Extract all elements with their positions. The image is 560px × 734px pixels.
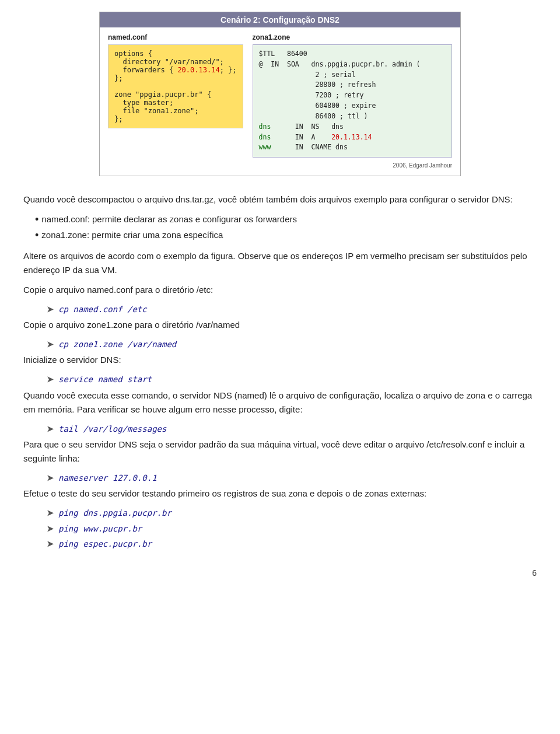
command-block-8: ➤ ping espec.pucpr.br	[47, 537, 537, 550]
diagram-title: Cenário 2: Configuração DNS2	[100, 12, 460, 27]
bullet-item-2: • zona1.zone: permite criar uma zona esp…	[35, 228, 537, 243]
paragraph-3c: Inicialize o servidor DNS:	[23, 353, 537, 367]
page-number: 6	[23, 568, 537, 578]
command-block-6: ➤ ping dns.ppgia.pucpr.br	[47, 506, 537, 519]
command-text-8: ping espec.pucpr.br	[58, 537, 152, 550]
command-text-4: tail /var/log/messages	[58, 422, 166, 435]
arrow-icon-6: ➤	[47, 506, 54, 519]
paragraph-1: Quando você descompactou o arquivo dns.t…	[23, 193, 537, 207]
command-text-1: cp named.conf /etc	[58, 303, 147, 316]
arrow-icon-4: ➤	[47, 422, 54, 435]
command-text-2: cp zone1.zone /var/named	[58, 338, 176, 351]
bullet-item-1: • named.conf: permite declarar as zonas …	[35, 212, 537, 227]
paragraph-5: Para que o seu servidor DNS seja o servi…	[23, 438, 537, 466]
diagram: Cenário 2: Configuração DNS2 named.conf …	[99, 12, 461, 176]
paragraph-3a: Copie o arquivo named.conf para o diretó…	[23, 283, 537, 297]
paragraph-2: Altere os arquivos de acordo com o exemp…	[23, 249, 537, 277]
command-block-4: ➤ tail /var/log/messages	[47, 422, 537, 435]
command-block-5: ➤ nameserver 127.0.0.1	[47, 471, 537, 484]
command-text-3: service named start	[58, 373, 152, 386]
bullet-text-1: named.conf: permite declarar as zonas e …	[41, 212, 297, 226]
diagram-footer: 2006, Edgard Jamhour	[100, 162, 460, 169]
command-text-7: ping www.pucpr.br	[58, 522, 142, 535]
arrow-icon-3: ➤	[47, 373, 54, 386]
command-block-1: ➤ cp named.conf /etc	[47, 303, 537, 316]
diagram-wrapper: Cenário 2: Configuração DNS2 named.conf …	[23, 12, 537, 176]
arrow-icon-8: ➤	[47, 537, 54, 550]
command-text-6: ping dns.ppgia.pucpr.br	[58, 506, 172, 519]
main-content: Quando você descompactou o arquivo dns.t…	[23, 193, 537, 551]
paragraph-6: Efetue o teste do seu servidor testando …	[23, 487, 537, 501]
arrow-icon-2: ➤	[47, 338, 54, 351]
zona-box: zona1.zone $TTL 86400 @ IN SOA dns.ppgia…	[253, 33, 452, 158]
arrow-icon-1: ➤	[47, 303, 54, 316]
bullet-dot-1: •	[35, 212, 38, 227]
zona-title: zona1.zone	[253, 33, 452, 41]
bullet-text-2: zona1.zone: permite criar uma zona espec…	[41, 228, 223, 242]
zona-content: $TTL 86400 @ IN SOA dns.ppgia.pucpr.br. …	[253, 44, 452, 158]
command-block-3: ➤ service named start	[47, 373, 537, 386]
named-conf-title: named.conf	[108, 33, 243, 41]
command-block-2: ➤ cp zone1.zone /var/named	[47, 338, 537, 351]
paragraph-3b: Copie o arquivo zone1.zone para o diretó…	[23, 318, 537, 332]
paragraph-4: Quando você executa esse comando, o serv…	[23, 389, 537, 417]
bullet-dot-2: •	[35, 228, 38, 243]
arrow-icon-5: ➤	[47, 471, 54, 484]
arrow-icon-7: ➤	[47, 522, 54, 535]
command-text-5: nameserver 127.0.0.1	[58, 471, 157, 484]
command-block-7: ➤ ping www.pucpr.br	[47, 522, 537, 535]
named-conf-box: options { directory "/var/named/"; forwa…	[108, 44, 243, 128]
